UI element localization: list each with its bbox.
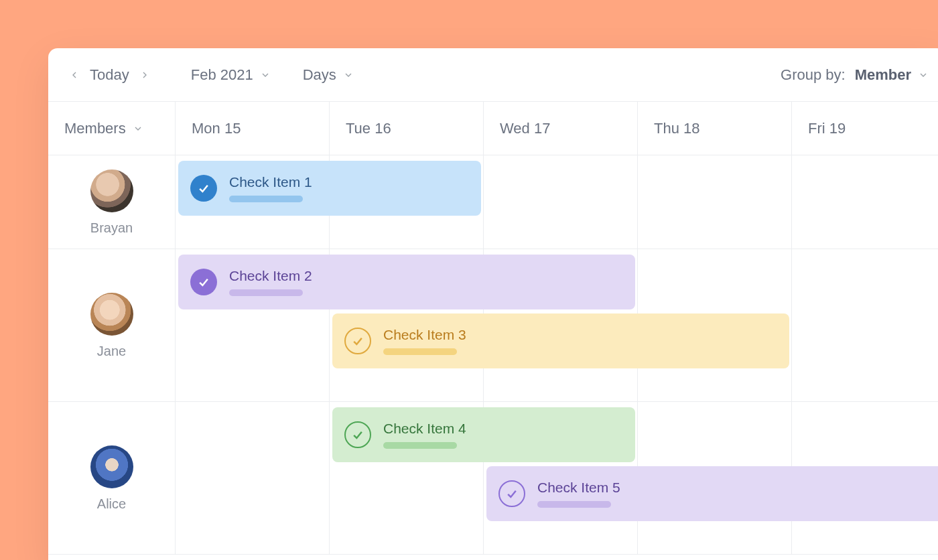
member-cell: Jane bbox=[48, 249, 176, 402]
prev-button[interactable] bbox=[66, 66, 83, 84]
avatar[interactable] bbox=[90, 169, 133, 212]
day-column-header: Mon 15 bbox=[176, 102, 330, 155]
task-subline bbox=[229, 289, 303, 296]
task-bar[interactable]: Check Item 2 bbox=[178, 255, 635, 309]
next-button[interactable] bbox=[136, 66, 153, 84]
view-label: Days bbox=[303, 66, 336, 84]
member-name: Brayan bbox=[90, 220, 133, 236]
chevron-down-icon bbox=[918, 70, 929, 80]
task-title: Check Item 1 bbox=[229, 175, 312, 189]
task-content: Check Item 4 bbox=[383, 421, 466, 449]
task-title: Check Item 5 bbox=[537, 480, 620, 494]
chevron-down-icon bbox=[260, 70, 271, 80]
task-bar[interactable]: Check Item 1 bbox=[178, 161, 481, 216]
groupby-value: Member bbox=[855, 66, 911, 84]
timeline-cell[interactable] bbox=[176, 402, 330, 555]
members-header-label: Members bbox=[64, 120, 126, 137]
member-name: Alice bbox=[97, 496, 126, 512]
task-subline bbox=[229, 196, 303, 202]
chevron-down-icon bbox=[133, 123, 143, 134]
task-title: Check Item 3 bbox=[383, 328, 466, 342]
day-column-header: Fri 19 bbox=[792, 102, 938, 155]
task-title: Check Item 4 bbox=[383, 421, 466, 435]
task-bar[interactable]: Check Item 4 bbox=[332, 407, 635, 462]
task-subline bbox=[537, 501, 611, 508]
avatar[interactable] bbox=[90, 293, 133, 336]
task-subline bbox=[383, 442, 457, 449]
task-content: Check Item 1 bbox=[229, 175, 312, 202]
check-icon[interactable] bbox=[498, 480, 525, 507]
member-name: Jane bbox=[97, 344, 126, 359]
groupby-label: Group by: bbox=[781, 66, 846, 84]
task-content: Check Item 3 bbox=[383, 328, 466, 355]
timeline-grid: Members Mon 15Tue 16Wed 17Thu 18Fri 19 B… bbox=[48, 102, 938, 560]
timeline-cell[interactable] bbox=[792, 155, 938, 249]
check-icon[interactable] bbox=[190, 175, 217, 202]
groupby-dropdown[interactable]: Member bbox=[855, 66, 929, 84]
toolbar: Today Feb 2021 Days Group by: Member bbox=[48, 48, 938, 102]
app-window: Today Feb 2021 Days Group by: Member Mem… bbox=[48, 48, 938, 560]
groupby-control: Group by: Member bbox=[781, 66, 929, 84]
day-column-header: Wed 17 bbox=[484, 102, 638, 155]
members-column-header[interactable]: Members bbox=[48, 102, 176, 155]
row-task-area: Check Item 1 bbox=[176, 155, 938, 249]
chevron-down-icon bbox=[343, 70, 354, 80]
task-bar[interactable]: Check Item 5 bbox=[486, 466, 938, 521]
timeline-cell[interactable] bbox=[638, 155, 792, 249]
view-dropdown[interactable]: Days bbox=[303, 66, 354, 84]
task-subline bbox=[383, 348, 457, 355]
task-bar[interactable]: Check Item 3 bbox=[332, 313, 789, 368]
timeline-cell[interactable] bbox=[484, 155, 638, 249]
task-content: Check Item 5 bbox=[537, 480, 620, 508]
today-button[interactable]: Today bbox=[90, 66, 129, 84]
row-task-area: Check Item 4 Check Item 5 bbox=[176, 402, 938, 555]
member-cell: Alice bbox=[48, 402, 176, 555]
check-icon[interactable] bbox=[190, 269, 217, 295]
day-column-header: Thu 18 bbox=[638, 102, 792, 155]
month-dropdown[interactable]: Feb 2021 bbox=[191, 66, 271, 84]
month-label: Feb 2021 bbox=[191, 66, 253, 84]
timeline-cell[interactable] bbox=[792, 249, 938, 402]
avatar[interactable] bbox=[90, 445, 133, 488]
check-icon[interactable] bbox=[344, 328, 371, 354]
row-task-area: Check Item 2 Check Item 3 bbox=[176, 249, 938, 402]
member-cell: Brayan bbox=[48, 155, 176, 249]
day-column-header: Tue 16 bbox=[330, 102, 484, 155]
task-content: Check Item 2 bbox=[229, 269, 312, 296]
task-title: Check Item 2 bbox=[229, 269, 312, 283]
check-icon[interactable] bbox=[344, 421, 371, 448]
